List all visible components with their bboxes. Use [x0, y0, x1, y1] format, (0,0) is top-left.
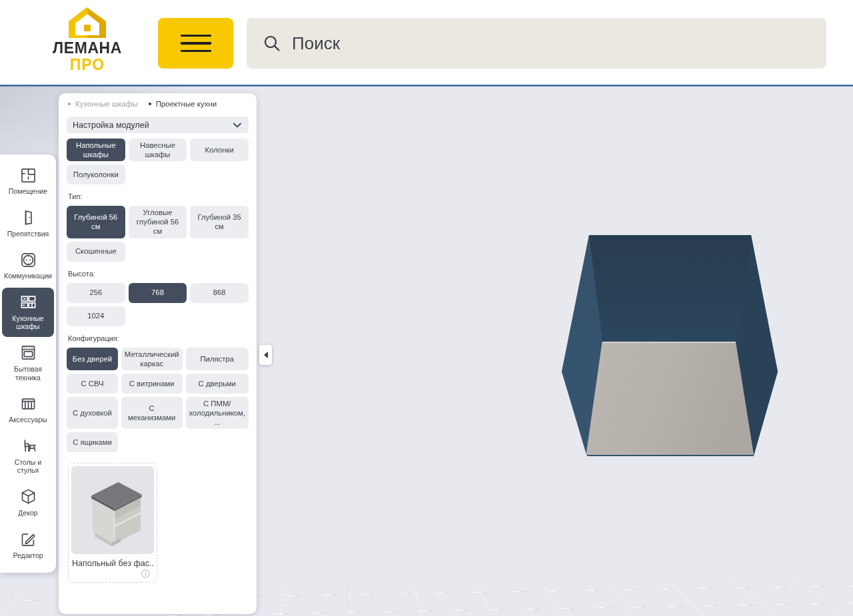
option-chip[interactable]: С витринами	[121, 374, 183, 394]
product-name: Напольный без фас...	[72, 559, 153, 568]
info-icon[interactable]	[141, 569, 150, 578]
menu-icon	[181, 35, 211, 37]
option-chip[interactable]: Пилястра	[186, 348, 249, 370]
socket-icon	[19, 250, 37, 269]
option-chip[interactable]: Напольные шкафы	[67, 139, 125, 161]
option-chip[interactable]: С духовкой	[67, 397, 118, 429]
option-chip[interactable]: С механизмами	[121, 397, 183, 429]
oven-icon	[19, 344, 37, 362]
breadcrumb-kitchen-cabinets[interactable]: Кухонные шкафы	[68, 100, 138, 108]
option-chip[interactable]: С СВЧ	[67, 374, 118, 394]
modules-settings-dropdown[interactable]: Настройка модулей	[67, 117, 249, 133]
dropdown-label: Настройка модулей	[73, 121, 149, 130]
3d-viewport[interactable]: Помещение Препятствия Коммуникации Кухон…	[0, 87, 853, 616]
option-chip[interactable]: С ящиками	[67, 432, 118, 452]
sidebar-item-appliances[interactable]: Бытовая техника	[2, 338, 54, 388]
option-chip[interactable]: Без дверей	[67, 348, 118, 370]
modules-panel: Кухонные шкафы Проектные кухни Настройка…	[59, 93, 257, 614]
rail-icon	[19, 394, 37, 413]
pencil-icon	[19, 530, 37, 549]
app: ЛЕМАНА ПРО	[0, 0, 853, 616]
sidebar-item-room[interactable]: Помещение	[2, 160, 54, 202]
section-title-type: Тип:	[68, 192, 247, 200]
room-floor	[586, 342, 754, 455]
product-image	[71, 466, 154, 554]
option-chip[interactable]: 768	[129, 283, 187, 303]
sidebar-item-communications[interactable]: Коммуникации	[2, 245, 54, 286]
logo-text-line1: ЛЕМАНА	[53, 41, 122, 56]
chevron-down-icon	[232, 120, 243, 131]
sidebar-item-obstacles[interactable]: Препятствия	[2, 203, 54, 244]
header-divider	[0, 85, 853, 87]
type-chips: Глубиной 56 смУгловые глубиной 56 смГлуб…	[67, 206, 249, 261]
option-chip[interactable]: Глубиной 56 см	[67, 206, 125, 238]
sidebar-item-kitchen-cabinets[interactable]: Кухонные шкафы	[2, 288, 54, 337]
config-chips: Без дверейМеталлический каркасПилястраС …	[67, 348, 249, 453]
option-chip[interactable]: Скошенные	[67, 242, 125, 262]
sidebar-item-tables-chairs[interactable]: Столы и стулья	[2, 432, 54, 481]
menu-button[interactable]	[158, 18, 233, 69]
option-chip[interactable]: 868	[190, 283, 249, 303]
search-icon	[263, 34, 281, 53]
section-title-config: Конфигурация:	[68, 334, 247, 342]
collapse-arrow-icon	[261, 352, 268, 358]
breadcrumb-project-kitchens[interactable]: Проектные кухни	[149, 100, 217, 108]
cabinets-icon	[19, 293, 37, 312]
option-chip[interactable]: 256	[67, 283, 125, 303]
logo[interactable]: ЛЕМАНА ПРО	[50, 7, 125, 73]
option-chip[interactable]: 1024	[67, 306, 125, 326]
option-chip[interactable]: Полуколонки	[67, 164, 125, 184]
sidebar-item-editor[interactable]: Редактор	[2, 525, 54, 566]
option-chip[interactable]: Колонки	[190, 139, 249, 161]
option-chip[interactable]: Навесные шкафы	[129, 139, 187, 161]
logo-text-line2: ПРО	[70, 57, 105, 73]
option-chip[interactable]: С ПММ/холодильником, ...	[186, 397, 249, 429]
door-icon	[19, 208, 37, 227]
search-bar	[247, 18, 826, 69]
option-chip[interactable]: Металлический каркас	[121, 348, 183, 370]
floorplan-icon	[19, 166, 37, 184]
category-chips: Напольные шкафыНавесные шкафыКолонкиПолу…	[67, 139, 249, 184]
cube-icon	[19, 487, 37, 506]
section-title-height: Высота:	[68, 270, 247, 278]
breadcrumb: Кухонные шкафы Проектные кухни	[68, 100, 247, 108]
option-chip[interactable]: Глубиной 35 см	[190, 206, 249, 238]
sidebar-item-decor[interactable]: Декор	[2, 482, 54, 523]
sidebar: Помещение Препятствия Коммуникации Кухон…	[0, 154, 56, 573]
sidebar-item-accessories[interactable]: Аксессуары	[2, 389, 54, 430]
table-chair-icon	[19, 437, 37, 456]
height-chips: 2567688681024	[67, 283, 249, 326]
option-chip[interactable]: Угловые глубиной 56 см	[129, 206, 187, 238]
product-card[interactable]: Напольный без фас...	[68, 463, 157, 583]
header: ЛЕМАНА ПРО	[0, 0, 853, 85]
option-chip[interactable]: С дверьми	[186, 374, 249, 394]
panel-collapse-button[interactable]	[259, 345, 272, 365]
cabinet-illustration	[78, 469, 147, 551]
logo-house-icon	[67, 7, 108, 39]
search-input[interactable]	[291, 33, 810, 55]
